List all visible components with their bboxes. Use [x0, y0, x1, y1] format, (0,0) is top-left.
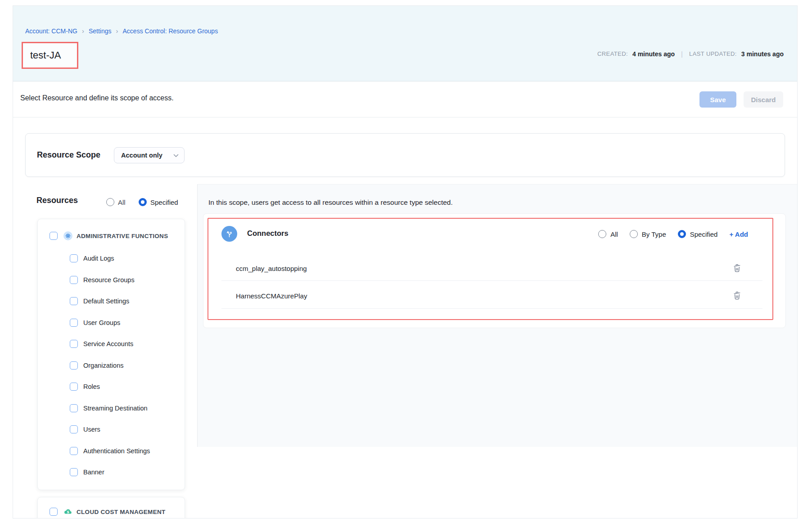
resource-item-users[interactable]: Users [70, 425, 100, 434]
resource-item-label[interactable]: User Groups [83, 319, 120, 326]
resource-item-roles[interactable]: Roles [70, 382, 100, 391]
resource-item-label[interactable]: Roles [83, 383, 100, 390]
resource-item-label[interactable]: Audit Logs [83, 255, 114, 262]
checkbox-icon[interactable] [70, 276, 78, 284]
admin-functions-checkbox[interactable] [50, 232, 58, 240]
connectors-radio-specified[interactable]: Specified [678, 230, 718, 238]
ccm-header: $ CLOUD COST MANAGEMENT [50, 507, 166, 516]
toolbar-buttons: Save Discard [699, 91, 783, 108]
connectors-scope-options: All By Type Specified + Add [598, 230, 748, 238]
checkbox-icon[interactable] [70, 404, 78, 412]
radio-unselected-icon[interactable] [630, 230, 638, 238]
resource-item-user-groups[interactable]: User Groups [70, 318, 120, 327]
delete-connector-button[interactable] [731, 291, 743, 302]
radio-selected-icon[interactable] [678, 230, 686, 238]
resource-scope-dropdown[interactable]: Account only [114, 147, 185, 163]
checkbox-icon[interactable] [70, 383, 78, 391]
connectors-radio-by-type-label[interactable]: By Type [642, 230, 666, 238]
resource-item-default-settings[interactable]: Default Settings [70, 297, 129, 306]
resource-item-audit-logs[interactable]: Audit Logs [70, 254, 114, 263]
resource-item-label[interactable]: Users [83, 426, 100, 433]
resource-item-label[interactable]: Resource Groups [83, 276, 135, 284]
page-header: Account: CCM-NG › Settings › Access Cont… [13, 6, 797, 81]
breadcrumb-settings-link[interactable]: Settings [89, 27, 112, 35]
checkbox-icon[interactable] [70, 319, 78, 327]
breadcrumb-resource-groups-link[interactable]: Access Control: Resource Groups [123, 27, 218, 35]
admin-functions-label: ADMINISTRATIVE FUNCTIONS [77, 233, 168, 239]
resource-item-streaming-destination[interactable]: Streaming Destination [70, 404, 148, 413]
checkbox-icon[interactable] [70, 340, 78, 348]
chevron-right-icon: › [116, 28, 118, 34]
ccm-label: CLOUD COST MANAGEMENT [77, 509, 166, 515]
save-button[interactable]: Save [699, 91, 736, 108]
resource-item-label[interactable]: Banner [83, 469, 104, 476]
radio-unselected-icon[interactable] [598, 230, 606, 238]
trash-icon [733, 264, 741, 274]
radio-unselected-icon[interactable] [106, 198, 114, 206]
row-divider [221, 280, 762, 281]
resources-radio-specified-label[interactable]: Specified [150, 198, 178, 206]
resources-radio-all-label[interactable]: All [118, 198, 126, 206]
admin-functions-header: ADMINISTRATIVE FUNCTIONS [50, 231, 168, 240]
meta-divider: | [679, 50, 685, 58]
connectors-card: Connectors All By Type Specified + Add c… [203, 213, 786, 328]
app-frame: Account: CCM-NG › Settings › Access Cont… [13, 5, 798, 518]
resource-item-label[interactable]: Default Settings [83, 298, 129, 305]
resource-scope-selected-value: Account only [121, 152, 162, 159]
resource-scope-title: Resource Scope [37, 150, 100, 160]
branch-arrows-icon [221, 226, 237, 242]
checkbox-icon[interactable] [70, 468, 78, 476]
checkbox-icon[interactable] [70, 425, 78, 433]
connectors-radio-all-label[interactable]: All [610, 230, 618, 238]
discard-button[interactable]: Discard [744, 91, 783, 108]
resource-category-card-ccm: $ CLOUD COST MANAGEMENT [37, 497, 185, 518]
action-toolbar: Select Resource and define its scope of … [13, 81, 797, 117]
add-connector-button[interactable]: + Add [729, 230, 748, 238]
checkbox-icon[interactable] [70, 447, 78, 455]
toolbar-description: Select Resource and define its scope of … [20, 94, 174, 102]
timestamps: CREATED: 4 minutes ago | LAST UPDATED: 3… [597, 50, 784, 58]
breadcrumb-account-link[interactable]: Account: CCM-NG [25, 27, 77, 35]
connectors-radio-all[interactable]: All [598, 230, 618, 238]
resource-item-label[interactable]: Streaming Destination [83, 405, 148, 412]
last-updated-value: 3 minutes ago [741, 50, 784, 58]
cloud-dollar-icon: $ [63, 507, 72, 516]
resource-item-organizations[interactable]: Organizations [70, 361, 123, 370]
checkbox-icon[interactable] [70, 297, 78, 305]
page-title[interactable]: test-JA [30, 50, 61, 61]
chevron-down-icon [173, 152, 179, 159]
resources-panel-title: Resources [36, 196, 78, 205]
trash-icon [733, 291, 741, 301]
chevron-right-icon: › [82, 28, 84, 34]
checkbox-icon[interactable] [70, 361, 78, 370]
resource-item-resource-groups[interactable]: Resource Groups [70, 275, 135, 284]
breadcrumb: Account: CCM-NG › Settings › Access Cont… [25, 27, 218, 35]
scope-hint-text: In this scope, users get access to all r… [208, 198, 453, 207]
created-label: CREATED: [597, 50, 628, 57]
resource-scope-card: Resource Scope Account only [25, 133, 785, 177]
svg-text:$: $ [67, 510, 69, 514]
delete-connector-button[interactable] [731, 263, 743, 274]
resources-radio-all[interactable]: All [106, 198, 126, 206]
connector-row-label: ccm_play_autostopping [236, 263, 307, 274]
resources-radio-specified[interactable]: Specified [139, 198, 178, 206]
last-updated-label: LAST UPDATED: [689, 50, 737, 57]
checkbox-icon[interactable] [70, 254, 78, 262]
annotation-box-title: test-JA [22, 42, 78, 69]
connectors-radio-specified-label[interactable]: Specified [690, 230, 718, 238]
ccm-checkbox[interactable] [50, 508, 58, 516]
created-value: 4 minutes ago [632, 50, 675, 58]
resource-item-authentication-settings[interactable]: Authentication Settings [70, 446, 150, 455]
connectors-title: Connectors [247, 229, 289, 238]
resource-item-service-accounts[interactable]: Service Accounts [70, 339, 133, 348]
connector-row-label: HarnessCCMAzurePlay [236, 290, 307, 301]
radio-selected-icon[interactable] [139, 198, 147, 206]
resource-item-label[interactable]: Service Accounts [83, 340, 133, 347]
gear-icon [63, 231, 72, 240]
row-divider [221, 308, 762, 309]
resource-item-label[interactable]: Organizations [83, 362, 123, 369]
connectors-radio-by-type[interactable]: By Type [630, 230, 666, 238]
resource-category-card-admin: ADMINISTRATIVE FUNCTIONS Audit Logs Reso… [37, 219, 185, 490]
resource-item-banner[interactable]: Banner [70, 468, 104, 477]
resource-item-label[interactable]: Authentication Settings [83, 447, 150, 455]
